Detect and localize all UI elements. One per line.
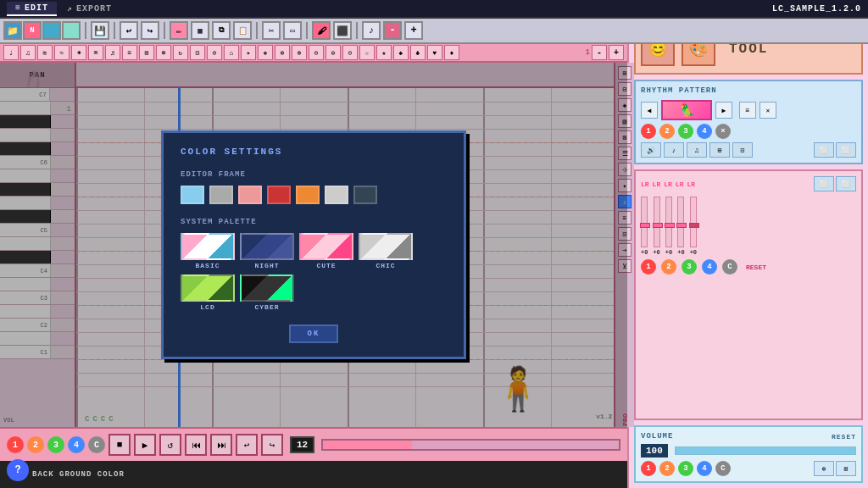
icon6[interactable]: ⌘: [88, 45, 103, 60]
rhythm-sound-icon[interactable]: 🔊: [641, 142, 661, 158]
icon16[interactable]: ❖: [258, 45, 273, 60]
mixer-btn-2[interactable]: ⬜: [836, 176, 856, 191]
rhythm-extra-1[interactable]: ⬜: [814, 142, 834, 158]
icon20[interactable]: ⊜: [326, 45, 341, 60]
rewind-btn[interactable]: ⏮: [185, 434, 207, 456]
redo-transport-btn[interactable]: ↪: [261, 434, 283, 456]
icon21[interactable]: ⊝: [342, 45, 358, 60]
cut-btn[interactable]: ✂: [262, 21, 281, 40]
vol-ch-1[interactable]: 1: [641, 461, 656, 476]
mixer-ch-c[interactable]: C: [722, 259, 737, 274]
rhythm-extra-2[interactable]: ⬜: [836, 142, 856, 158]
mixer-ch-4[interactable]: 4: [702, 259, 717, 274]
icon1[interactable]: ♩: [3, 45, 19, 60]
icon8[interactable]: ≡: [122, 45, 137, 60]
icon15[interactable]: ✦: [241, 45, 256, 60]
frame-color-1[interactable]: [181, 186, 204, 204]
undo-btn[interactable]: ↩: [120, 21, 138, 40]
paste-btn[interactable]: 📋: [233, 21, 252, 40]
mixer-ch-2[interactable]: 2: [661, 259, 676, 274]
icon5[interactable]: ⁕: [71, 45, 86, 60]
vol-ch-c[interactable]: C: [715, 461, 731, 476]
paint-btn[interactable]: 🖌: [312, 21, 331, 40]
icon9[interactable]: ⊞: [139, 45, 154, 60]
fader-track-2[interactable]: [654, 197, 660, 247]
rhythm-num-4[interactable]: 4: [697, 124, 712, 139]
rhythm-list-btn[interactable]: ≡: [739, 102, 756, 119]
redo-btn[interactable]: ↪: [141, 21, 159, 40]
mixer-reset-btn[interactable]: RESET: [746, 263, 766, 271]
select-btn[interactable]: ▦: [191, 21, 209, 40]
track-c-btn[interactable]: C: [88, 436, 105, 453]
palette-night[interactable]: NIGHT: [240, 233, 294, 269]
icon19[interactable]: ⊙: [309, 45, 324, 60]
vol-icon-1[interactable]: ⊕: [814, 461, 834, 476]
icon25[interactable]: ♣: [410, 45, 426, 60]
frame-color-2[interactable]: [209, 186, 233, 204]
track-1-btn[interactable]: 1: [7, 436, 24, 453]
fill-btn[interactable]: ⬛: [333, 21, 352, 40]
rhythm-icon-2[interactable]: ♪: [664, 142, 684, 158]
volume-reset-btn[interactable]: RESET: [832, 433, 856, 441]
mixer-ch-3[interactable]: 3: [682, 259, 697, 274]
rhythm-x-btn[interactable]: ✕: [760, 102, 776, 119]
palette-chic[interactable]: CHIC: [359, 233, 413, 269]
copy-btn[interactable]: [42, 21, 61, 40]
palette-lcd[interactable]: LCD: [181, 274, 235, 311]
fader-track-3[interactable]: [665, 197, 672, 247]
vol-ch-3[interactable]: 3: [678, 461, 693, 476]
icon4[interactable]: ≈: [54, 45, 70, 60]
icon10[interactable]: ⊛: [156, 45, 171, 60]
minus-btn[interactable]: -: [383, 21, 402, 40]
copy3-btn[interactable]: ⧉: [212, 21, 231, 40]
icon2[interactable]: ♫: [20, 45, 36, 60]
count-minus[interactable]: -: [592, 45, 607, 60]
save-btn[interactable]: 💾: [91, 21, 109, 40]
track-4-btn[interactable]: 4: [68, 436, 85, 453]
icon24[interactable]: ♠: [393, 45, 409, 60]
fastfwd-btn[interactable]: ⏭: [210, 434, 232, 456]
vol-bar[interactable]: [675, 446, 856, 455]
icon12[interactable]: ⊡: [190, 45, 205, 60]
rhythm-num-2[interactable]: 2: [659, 124, 675, 139]
fader-track-4[interactable]: [677, 197, 684, 247]
icon11[interactable]: ↻: [173, 45, 188, 60]
vol-icon-2[interactable]: ⊞: [836, 461, 856, 476]
undo-transport-btn[interactable]: ↩: [236, 434, 258, 456]
count-plus[interactable]: +: [609, 45, 624, 60]
frame-color-5[interactable]: [296, 186, 320, 204]
icon7[interactable]: ♬: [105, 45, 120, 60]
plus-btn[interactable]: +: [404, 21, 423, 40]
rhythm-icon-4[interactable]: ⊞: [709, 142, 730, 158]
ok-button[interactable]: OK: [289, 324, 339, 343]
rhythm-num-x[interactable]: ×: [715, 124, 731, 139]
folder-btn[interactable]: 📁: [3, 21, 22, 40]
icon3[interactable]: ≋: [37, 45, 53, 60]
rhythm-num-1[interactable]: 1: [641, 124, 656, 139]
icon17[interactable]: ⊕: [275, 45, 290, 60]
mixer-btn-1[interactable]: ⬜: [814, 176, 834, 191]
icon14[interactable]: ⌂: [224, 45, 239, 60]
icon18[interactable]: ⊗: [292, 45, 307, 60]
palette-basic[interactable]: BASIC: [181, 233, 235, 269]
mixer-ch-1[interactable]: 1: [641, 259, 656, 274]
stop-btn[interactable]: ■: [108, 434, 131, 456]
dialog-overlay[interactable]: COLOR SETTINGS EDITOR FRAME SYSTEM PALET…: [0, 63, 627, 427]
vol-ch-2[interactable]: 2: [659, 461, 675, 476]
new-btn[interactable]: N: [23, 21, 42, 40]
track-2-btn[interactable]: 2: [27, 436, 44, 453]
frame-color-6[interactable]: [325, 186, 348, 204]
edit-tab[interactable]: ≡ EDIT: [7, 2, 57, 16]
play-btn[interactable]: ▶: [134, 434, 156, 456]
pencil-btn[interactable]: ✏: [170, 21, 188, 40]
frame-color-3[interactable]: [238, 186, 262, 204]
help-btn[interactable]: ?: [7, 459, 29, 481]
frame-color-4[interactable]: [267, 186, 291, 204]
frame-color-7[interactable]: [353, 186, 377, 204]
icon26[interactable]: ♥: [427, 45, 442, 60]
copy2-btn[interactable]: [62, 21, 81, 40]
fader-track-5[interactable]: [690, 197, 697, 247]
loop-btn[interactable]: ↺: [159, 434, 181, 456]
progress-bar[interactable]: [321, 439, 620, 451]
fader-track-1[interactable]: [641, 197, 648, 247]
